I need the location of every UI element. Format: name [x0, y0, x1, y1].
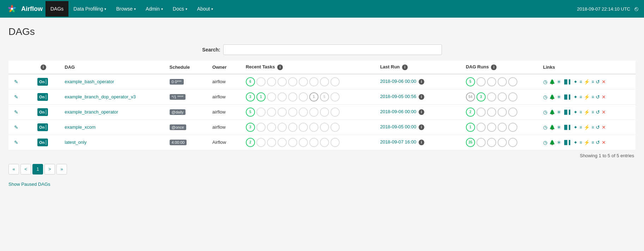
page-current[interactable]: 1 [32, 164, 43, 175]
dagrun-circle[interactable]: 2 [466, 108, 475, 117]
task-circle[interactable]: 5 [320, 92, 329, 102]
dagrun-circle[interactable]: 5 [466, 77, 475, 86]
page-last[interactable]: » [56, 164, 67, 175]
delete-icon[interactable]: ✕ [602, 94, 606, 100]
toggle-button[interactable]: On [37, 139, 48, 146]
gantt-icon[interactable]: ⚡ [584, 79, 590, 85]
task-duration-icon[interactable]: ▐▌▌ [563, 110, 572, 115]
nav-item-dags[interactable]: DAGs [45, 1, 68, 17]
task-tries-icon[interactable]: ✦ [573, 140, 578, 145]
dag-name-link[interactable]: example_branch_dop_operator_v3 [65, 94, 136, 99]
toggle-button[interactable]: On [37, 78, 48, 86]
toggle-button[interactable]: On [37, 123, 48, 131]
task-circle[interactable]: 2 [246, 138, 255, 147]
lastrun-link[interactable]: 2018-09-06 00:00 [380, 79, 417, 84]
trigger-dag-icon[interactable]: ◷ [543, 94, 547, 100]
trigger-dag-icon[interactable]: ◷ [543, 79, 547, 85]
page-prev[interactable]: < [20, 164, 31, 175]
nav-item-docs[interactable]: Docs ▾ [168, 1, 192, 17]
graph-view-icon[interactable]: ✳ [557, 94, 561, 100]
dag-name-link[interactable]: latest_only [65, 140, 86, 145]
task-circle[interactable]: 6 [246, 77, 255, 86]
task-duration-icon[interactable]: ▐▌▌ [563, 79, 572, 84]
dagrun-circle[interactable]: 54 [466, 92, 475, 102]
tree-view-icon[interactable]: 🌲 [549, 94, 555, 100]
lastrun-link[interactable]: 2018-09-07 16:00 [380, 139, 417, 145]
gantt-icon[interactable]: ⚡ [584, 124, 590, 130]
nav-item-admin[interactable]: Admin ▾ [141, 1, 168, 17]
gantt-icon[interactable]: ⚡ [584, 94, 590, 100]
graph-view-icon[interactable]: ✳ [557, 79, 561, 85]
graph-view-icon[interactable]: ✳ [557, 109, 561, 115]
nav-item-data-profiling[interactable]: Data Profiling ▾ [68, 1, 111, 17]
refresh-icon[interactable]: ↺ [596, 79, 600, 85]
landing-times-icon[interactable]: ≡ [579, 79, 582, 84]
dagrun-circle[interactable]: 1 [466, 123, 475, 132]
code-icon[interactable]: ≡ [591, 125, 594, 130]
landing-times-icon[interactable]: ≡ [579, 94, 582, 99]
dag-name-link[interactable]: example_xcom [65, 124, 95, 130]
task-circle[interactable]: 5 [246, 108, 255, 117]
toggle-button[interactable]: On [37, 93, 48, 101]
trigger-dag-icon[interactable]: ◷ [543, 109, 547, 115]
tree-view-icon[interactable]: 🌲 [549, 109, 555, 115]
lastrun-row-info[interactable]: i [419, 109, 424, 115]
gantt-icon[interactable]: ⚡ [584, 140, 590, 145]
task-circle[interactable]: 1 [309, 92, 318, 102]
graph-view-icon[interactable]: ✳ [557, 140, 561, 145]
edit-icon[interactable]: ✎ [14, 94, 18, 100]
dag-name-link[interactable]: example_branch_operator [65, 109, 118, 115]
task-duration-icon[interactable]: ▐▌▌ [563, 140, 572, 145]
toggle-button[interactable]: On [37, 108, 48, 116]
show-paused-link[interactable]: Show Paused DAGs [8, 182, 50, 187]
code-icon[interactable]: ≡ [591, 140, 594, 145]
lastrun-link[interactable]: 2018-09-06 00:00 [380, 109, 417, 114]
dagrun-circle[interactable]: 35 [466, 138, 475, 147]
lastrun-row-info[interactable]: i [419, 79, 424, 85]
landing-times-icon[interactable]: ≡ [579, 110, 582, 115]
delete-icon[interactable]: ✕ [602, 124, 606, 130]
nav-item-browse[interactable]: Browse ▾ [111, 1, 141, 17]
tree-view-icon[interactable]: 🌲 [549, 79, 555, 85]
task-tries-icon[interactable]: ✦ [573, 109, 578, 115]
toggle-info-icon[interactable]: i [41, 65, 46, 70]
trigger-dag-icon[interactable]: ◷ [543, 124, 547, 130]
lastrun-info-icon[interactable]: i [402, 65, 408, 70]
logout-icon[interactable]: ⎋ [634, 5, 638, 13]
landing-times-icon[interactable]: ≡ [579, 140, 582, 145]
brand-logo[interactable]: Airflow [6, 2, 43, 15]
dagrun-circle[interactable]: 3 [476, 92, 486, 102]
delete-icon[interactable]: ✕ [602, 140, 606, 145]
lastrun-row-info[interactable]: i [419, 124, 424, 130]
page-next[interactable]: > [44, 164, 55, 175]
lastrun-link[interactable]: 2018-09-05 00:00 [380, 124, 417, 129]
tree-view-icon[interactable]: 🌲 [549, 140, 555, 145]
code-icon[interactable]: ≡ [591, 110, 594, 115]
search-input[interactable] [223, 44, 442, 55]
task-duration-icon[interactable]: ▐▌▌ [563, 125, 572, 130]
edit-icon[interactable]: ✎ [14, 109, 18, 115]
lastrun-row-info[interactable]: i [419, 94, 424, 100]
tree-view-icon[interactable]: 🌲 [549, 124, 555, 130]
task-tries-icon[interactable]: ✦ [573, 124, 578, 130]
delete-icon[interactable]: ✕ [602, 109, 606, 115]
task-circle[interactable]: 3 [246, 92, 255, 102]
task-tries-icon[interactable]: ✦ [573, 79, 578, 85]
code-icon[interactable]: ≡ [591, 94, 594, 99]
task-tries-icon[interactable]: ✦ [573, 94, 578, 100]
refresh-icon[interactable]: ↺ [596, 140, 600, 145]
delete-icon[interactable]: ✕ [602, 79, 606, 85]
dag-name-link[interactable]: example_bash_operator [65, 79, 114, 84]
lastrun-row-info[interactable]: i [419, 140, 424, 145]
landing-times-icon[interactable]: ≡ [579, 125, 582, 130]
task-circle[interactable]: 3 [246, 123, 255, 132]
gantt-icon[interactable]: ⚡ [584, 109, 590, 115]
page-first[interactable]: « [8, 164, 19, 175]
trigger-dag-icon[interactable]: ◷ [543, 140, 547, 145]
code-icon[interactable]: ≡ [591, 79, 594, 84]
task-duration-icon[interactable]: ▐▌▌ [563, 94, 572, 99]
task-circle[interactable]: 1 [256, 92, 266, 102]
nav-item-about[interactable]: About ▾ [192, 1, 218, 17]
graph-view-icon[interactable]: ✳ [557, 124, 561, 130]
edit-icon[interactable]: ✎ [14, 124, 18, 130]
